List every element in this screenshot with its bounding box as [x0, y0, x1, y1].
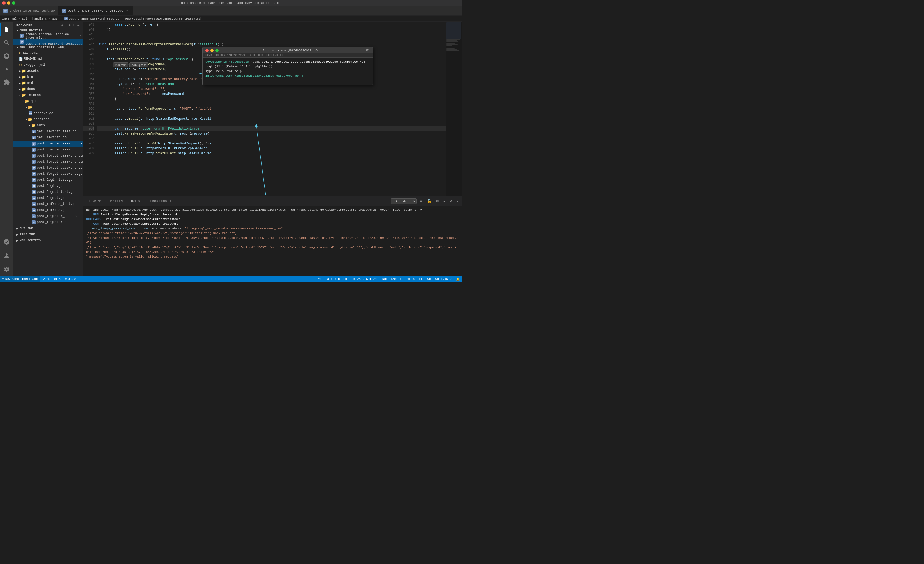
tree-post-forgot[interactable]: go post_forgot_password.go — [13, 171, 83, 177]
code-line-266 — [96, 136, 446, 141]
tree-assets[interactable]: ▶ 📁 assets — [13, 68, 83, 74]
run-debug-buttons: run test debug test — [113, 62, 148, 68]
tree-handlers-auth[interactable]: ▾ 📂 auth — [13, 122, 83, 128]
panel-down-icon[interactable]: ∨ — [448, 199, 453, 204]
code-line-245 — [96, 32, 446, 37]
tab-output[interactable]: OUTPUT — [128, 196, 146, 206]
bc-internal[interactable]: internal — [2, 17, 17, 20]
tree-auth[interactable]: ▾ 📂 auth — [13, 104, 83, 110]
panel-copy-icon[interactable]: ⧉ — [435, 199, 440, 204]
section-npm-scripts[interactable]: ▶ NPM SCRIPTS — [13, 238, 83, 244]
tree-post-login[interactable]: go post_login.go — [13, 183, 83, 189]
code-line-260: res := test.PerformRequest(t, s, "POST",… — [96, 107, 446, 111]
sb-errors[interactable]: ⊘ 0 ⚠ 0 — [63, 276, 78, 282]
run-test-button[interactable]: run test — [113, 62, 128, 68]
refresh-icon[interactable]: ↻ — [69, 23, 72, 27]
tree-post-login-test[interactable]: go post_login_test.go — [13, 177, 83, 183]
bc-api[interactable]: api — [22, 17, 27, 20]
tree-api[interactable]: ▾ 📂 api — [13, 98, 83, 104]
tree-swagger[interactable]: {} swagger.yml — [13, 62, 83, 68]
output-selector[interactable]: Go Tests — [391, 199, 417, 204]
tree-post-logout-test[interactable]: go post_logout_test.go — [13, 189, 83, 195]
bc-function[interactable]: TestPostChangePasswordEmptyCurrentPasswo… — [124, 17, 201, 20]
t-line-json2: {"level":"debug","req":{"id":"1o1x7uM4b9… — [86, 236, 459, 245]
tree-get-userinfo-test[interactable]: go get_userinfo_test.go — [13, 128, 83, 135]
sb-language[interactable]: Go — [425, 276, 433, 282]
bc-handlers[interactable]: handlers — [33, 17, 47, 20]
tree-post-forgot-compl1[interactable]: go post_forgot_password_compl... — [13, 153, 83, 159]
activity-search[interactable] — [0, 36, 13, 49]
code-editor[interactable]: run test debug test assert.NoError(t, er… — [96, 22, 446, 196]
debug-test-button[interactable]: debug test — [129, 62, 148, 68]
close-button[interactable] — [2, 2, 6, 5]
tp-max-icon[interactable] — [215, 49, 219, 52]
sb-branch[interactable]: ⎇ master ↻ — [40, 276, 63, 282]
panel-list-icon[interactable]: ≡ — [419, 199, 423, 204]
tree-docs[interactable]: ▶ 📁 docs — [13, 86, 83, 92]
panel-lock-icon[interactable]: 🔒 — [426, 199, 433, 204]
panel-up-icon[interactable]: ∧ — [442, 199, 446, 204]
tree-post-register-test[interactable]: go post_register_test.go — [13, 213, 83, 219]
minimize-button[interactable] — [7, 2, 10, 5]
tp-line-1: development@f45d06096929:/app$ psql inte… — [206, 60, 370, 65]
tree-post-register[interactable]: go post_register.go — [13, 219, 83, 225]
section-outline[interactable]: ▶ OUTLINE — [13, 225, 83, 232]
section-app[interactable]: ▾ APP [DEV CONTAINER: APP] — [13, 45, 83, 50]
tree-mainyml[interactable]: ⚙ main.yml — [13, 50, 83, 56]
activity-explorer[interactable] — [0, 23, 13, 36]
tp-min-icon[interactable] — [210, 49, 214, 52]
sb-encoding[interactable]: UTF-8 — [404, 276, 417, 282]
sb-tab-size[interactable]: Tab Size: 4 — [379, 276, 404, 282]
tree-post-change-password-test[interactable]: go post_change_password_test.go — [13, 141, 83, 147]
tree-cmd[interactable]: ▶ 📁 cmd — [13, 80, 83, 86]
sb-go-version[interactable]: Go 1.15.2 — [433, 276, 454, 282]
sb-cursor[interactable]: Ln 264, Col 24 — [349, 276, 379, 282]
tree-readme[interactable]: 📄 README.md — [13, 56, 83, 62]
tree-bin[interactable]: ▶ 📁 bin — [13, 74, 83, 80]
new-file-icon[interactable]: ⊕ — [61, 23, 63, 27]
sb-you-info[interactable]: You, a month ago — [316, 276, 349, 282]
tree-post-refresh[interactable]: go post_refresh.go — [13, 207, 83, 213]
tree-post-change-password[interactable]: go post_change_password.go — [13, 147, 83, 153]
panel-close-icon[interactable]: ✕ — [455, 199, 460, 204]
collapse-icon[interactable]: ⊟ — [73, 23, 76, 27]
tab-problems[interactable]: PROBLEMS — [107, 196, 128, 206]
tab-debug-console[interactable]: DEBUG CONSOLE — [145, 196, 176, 206]
tab-close-button[interactable]: × — [125, 9, 129, 13]
tp-close-icon[interactable] — [206, 49, 209, 52]
tree-internal[interactable]: ▾ 📂 internal — [13, 92, 83, 98]
tree-post-forgot-compl2[interactable]: go post_forgot_password_compl... — [13, 159, 83, 165]
activity-run[interactable] — [0, 62, 13, 76]
tp-shortcut: ⌘1 — [366, 48, 370, 52]
new-folder-icon[interactable]: ⊞ — [65, 23, 68, 27]
t-line-json4: "message":"Access token is valid, allowi… — [86, 254, 459, 259]
activity-extensions[interactable] — [0, 76, 13, 89]
open-editor-post-change[interactable]: go × post_change_password_test.go... — [13, 39, 83, 45]
sb-notifications[interactable]: 🔔 — [454, 276, 462, 282]
sb-container[interactable]: ⊞ Dev Container: app — [0, 276, 40, 282]
close-editor-icon[interactable]: × — [80, 34, 83, 38]
tree-post-refresh-test[interactable]: go post_refresh_test.go — [13, 201, 83, 207]
sb-line-ending[interactable]: LF — [417, 276, 425, 282]
tab-post-change-password[interactable]: go post_change_password_test.go × — [58, 6, 133, 15]
warning-count: 0 — [74, 277, 76, 281]
tree-post-forgot-test[interactable]: go post_forgot_password_test.go — [13, 165, 83, 171]
activity-settings[interactable] — [0, 263, 13, 276]
maximize-button[interactable] — [12, 2, 15, 5]
activity-scm[interactable] — [0, 49, 13, 62]
activity-remote[interactable] — [0, 235, 13, 248]
go-file-icon: go — [20, 40, 24, 44]
tab-terminal[interactable]: TERMINAL — [86, 196, 107, 206]
tab-label: post_change_password_test.go — [68, 9, 123, 13]
more-icon[interactable]: … — [77, 23, 80, 27]
open-editor-probes[interactable]: go probes_internal_test.go internal... × — [13, 33, 83, 39]
tree-handlers[interactable]: ▾ 📂 handlers — [13, 116, 83, 122]
tree-contextgo[interactable]: go context.go — [13, 110, 83, 116]
tree-post-logout[interactable]: go post_logout.go — [13, 195, 83, 201]
bc-auth[interactable]: auth — [52, 17, 59, 20]
section-timeline[interactable]: ▶ TIMELINE — [13, 232, 83, 238]
window-controls[interactable] — [2, 2, 15, 5]
tree-get-userinfo[interactable]: go get_userinfo.go — [13, 135, 83, 141]
tab-probes-internal[interactable]: go probes_internal_test.go — [0, 6, 58, 15]
activity-account[interactable] — [0, 249, 13, 262]
